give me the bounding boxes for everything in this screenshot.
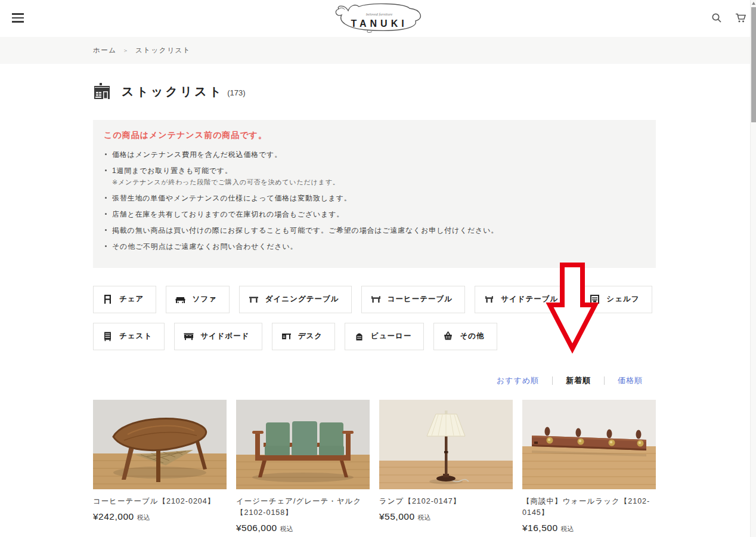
tax-included-label: 税込 (561, 524, 574, 533)
category-label: ダイニングテーブル (265, 294, 339, 304)
category-button-sideboard[interactable]: サイドボード (174, 323, 262, 350)
product-card[interactable]: 【商談中】ウォールラック【2102-0145】 ¥16,500 税込 (522, 400, 656, 534)
maintenance-notice: この商品はメンテナンス前の商品です。 価格はメンテナンス費用を含んだ税込価格です… (93, 120, 656, 268)
product-price: ¥242,000 (93, 511, 134, 522)
breadcrumb: ホーム ＞ ストックリスト (93, 46, 191, 55)
dining-table-icon (248, 294, 259, 305)
notice-bullet: 店舗と在庫を共有しておりますので在庫切れの場合もございます。 (104, 209, 645, 220)
product-card[interactable]: コーヒーテーブル【2102-0204】 ¥242,000 税込 (93, 400, 227, 534)
notice-bullet: 価格はメンテナンス費用を含んだ税込価格です。 (104, 149, 645, 160)
coffee-table-icon (370, 294, 382, 305)
category-label: その他 (460, 331, 484, 341)
category-button-basket[interactable]: その他 (433, 323, 497, 350)
tax-included-label: 税込 (137, 513, 150, 522)
product-card[interactable]: ランプ【2102-0147】 ¥55,000 税込 (379, 400, 513, 534)
category-label: シェルフ (606, 294, 639, 304)
category-button-dining-table[interactable]: ダイニングテーブル (239, 286, 352, 313)
sideboard-icon (183, 331, 194, 342)
chair-icon (102, 294, 113, 305)
product-price: ¥16,500 (522, 523, 558, 533)
product-price: ¥55,000 (379, 511, 415, 522)
notice-bullet-list: 価格はメンテナンス費用を含んだ税込価格です。1週間までお取り置きも可能です。※メ… (104, 149, 645, 252)
vertical-scrollbar[interactable] (750, 0, 756, 537)
chest-icon (102, 331, 113, 342)
shelf-icon (589, 294, 600, 305)
breadcrumb-separator: ＞ (123, 47, 130, 55)
sort-option-price[interactable]: 価格順 (605, 375, 656, 386)
side-table-icon (484, 294, 495, 305)
category-button-chair[interactable]: チェア (93, 286, 156, 313)
sofa-icon (175, 294, 186, 305)
sort-option-newest[interactable]: 新着順 (553, 375, 604, 386)
breadcrumb-current: ストックリスト (135, 46, 191, 55)
product-image-lamp[interactable] (379, 400, 513, 489)
category-button-side-table[interactable]: サイドテーブル (475, 286, 571, 313)
category-button-coffee-table[interactable]: コーヒーテーブル (361, 286, 465, 313)
category-label: ビューロー (371, 331, 411, 341)
product-name[interactable]: 【商談中】ウォールラック【2102-0145】 (522, 496, 656, 519)
product-image-wall-rack[interactable] (522, 400, 656, 489)
category-label: コーヒーテーブル (388, 294, 453, 304)
notice-bullet: 1週間までお取り置きも可能です。※メンテナンスが終わった段階でご購入の可否を決め… (104, 165, 645, 187)
basket-icon (442, 331, 454, 342)
category-button-chest[interactable]: チェスト (93, 323, 165, 350)
tax-included-label: 税込 (418, 513, 431, 522)
category-label: サイドテーブル (501, 294, 558, 304)
category-label: チェア (119, 294, 144, 304)
breadcrumb-home[interactable]: ホーム (93, 46, 117, 55)
product-name[interactable]: ランプ【2102-0147】 (379, 496, 513, 507)
cart-icon[interactable] (735, 12, 746, 24)
desk-icon (281, 331, 292, 342)
stock-list-page: beloved furniture TANUKI ホーム ＞ ストックリスト (0, 0, 756, 537)
product-name[interactable]: コーヒーテーブル【2102-0204】 (93, 496, 227, 507)
category-label: デスク (298, 331, 323, 341)
product-grid: コーヒーテーブル【2102-0204】 ¥242,000 税込 イージーチェア/… (93, 400, 656, 534)
bureau-icon (354, 331, 365, 342)
hamburger-menu-icon[interactable] (12, 13, 24, 23)
page-title-row: ストックリスト(173) (93, 82, 656, 100)
category-filter-list: チェア ソファ ダイニングテーブル コーヒーテーブル サイドテーブル シェルフ … (93, 286, 656, 350)
notice-heading: この商品はメンテナンス前の商品です。 (104, 130, 645, 141)
sort-option-recommended[interactable]: おすすめ順 (484, 375, 552, 386)
product-card[interactable]: イージーチェア/グレーテ・ヤルク【2102-0158】 ¥506,000 税込 (236, 400, 370, 534)
logo-title: TANUKI (351, 18, 407, 29)
category-button-desk[interactable]: デスク (272, 323, 335, 350)
breadcrumb-bar: ホーム ＞ ストックリスト (0, 37, 756, 64)
category-label: ソファ (192, 294, 216, 304)
tanuki-logo[interactable]: beloved furniture TANUKI (330, 1, 426, 36)
product-image-coffee-table[interactable] (93, 400, 227, 489)
site-header: beloved furniture TANUKI (0, 0, 756, 37)
category-button-shelf[interactable]: シェルフ (580, 286, 652, 313)
product-image-sofa[interactable] (236, 400, 370, 489)
search-icon[interactable] (711, 12, 723, 24)
sort-options: おすすめ順新着順価格順 (93, 375, 656, 386)
shop-icon (93, 82, 111, 100)
category-label: サイドボード (200, 331, 249, 341)
category-label: チェスト (119, 331, 152, 341)
product-price: ¥506,000 (236, 523, 277, 533)
category-button-bureau[interactable]: ビューロー (345, 323, 424, 350)
notice-bullet: その他ご不明点はご遠慮なくお問い合わせください。 (104, 241, 645, 252)
notice-bullet: 張替生地の単価やメンテナンスの仕様によって価格は変動致します。 (104, 193, 645, 203)
product-name[interactable]: イージーチェア/グレーテ・ヤルク【2102-0158】 (236, 496, 370, 519)
scrollbar-up-arrow[interactable] (752, 2, 755, 5)
header-icons (711, 12, 746, 24)
logo-tagline: beloved furniture (366, 12, 393, 16)
page-title: ストックリスト(173) (122, 84, 246, 100)
scrollbar-thumb[interactable] (751, 7, 756, 122)
category-button-sofa[interactable]: ソファ (166, 286, 229, 313)
tax-included-label: 税込 (280, 524, 293, 533)
notice-bullet: 掲載の無い商品は買い付けの際にお探しすることも可能です。ご希望の場合はご遠慮なく… (104, 225, 645, 236)
notice-bullet-note: ※メンテナンスが終わった段階でご購入の可否を決めていただけます。 (112, 177, 645, 187)
item-count: (173) (227, 88, 245, 97)
